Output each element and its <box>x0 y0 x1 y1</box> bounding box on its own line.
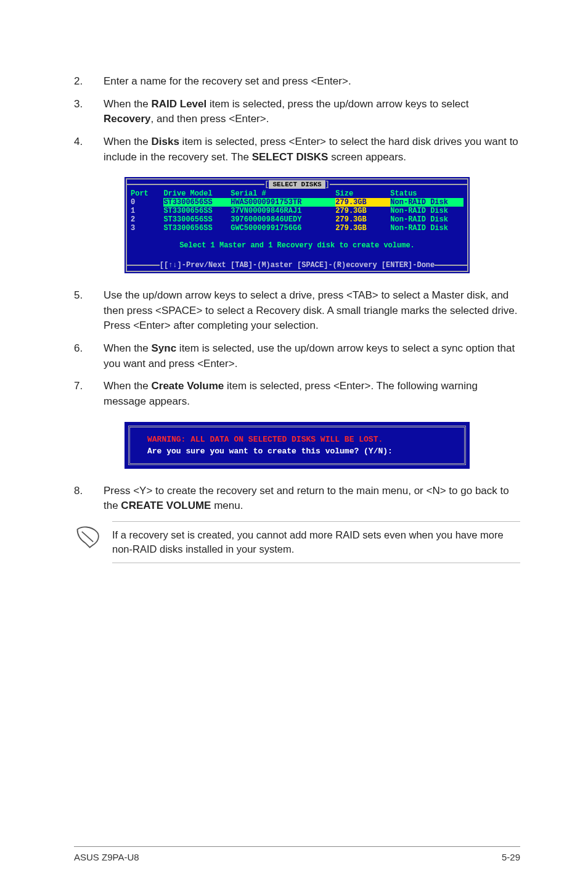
bios-port: 0 <box>131 198 142 207</box>
page-footer: ASUS Z9PA-U8 5-29 <box>74 846 520 862</box>
steps-group-a: 2.Enter a name for the recovery set and … <box>74 74 520 165</box>
bios-disk-row: 0ST3300656SSHWAS0000991753TR279.3GBNon-R… <box>131 198 463 207</box>
bios-footer-help: [[↑↓]-Prev/Next [TAB]-(M)aster [SPACE]-(… <box>160 260 435 271</box>
step-item: 3.When the RAID Level item is selected, … <box>74 97 520 127</box>
bios-status: Non-RAID Disk <box>390 215 463 224</box>
step-item: 2.Enter a name for the recovery set and … <box>74 74 520 89</box>
bios-model: ST3300656SS <box>163 207 231 215</box>
steps-group-c: 8.Press <Y> to create the recovery set a… <box>74 484 520 514</box>
step-item: 7.When the Create Volume item is selecte… <box>74 379 520 409</box>
step-item: 8.Press <Y> to create the recovery set a… <box>74 484 520 514</box>
note-icon <box>74 521 101 553</box>
bios-disk-row: 3ST3300656SSGWC50000991756G6279.3GBNon-R… <box>131 224 463 233</box>
note-text: If a recovery set is created, you cannot… <box>112 521 520 563</box>
footer-left: ASUS Z9PA-U8 <box>74 852 139 862</box>
footer-right: 5-29 <box>502 852 520 862</box>
bios-port: 1 <box>131 207 142 215</box>
step-number: 8. <box>74 484 88 514</box>
brackets: [ <box>264 180 269 189</box>
step-number: 3. <box>74 97 88 127</box>
brackets: ] <box>325 180 330 189</box>
bios-status: Non-RAID Disk <box>390 207 463 215</box>
step-number: 2. <box>74 74 88 89</box>
bios-disk-row: 2ST3300656SS397600009846UEDY279.3GBNon-R… <box>131 215 463 224</box>
step-item: 4.When the Disks item is selected, press… <box>74 134 520 165</box>
bios-serial: HWAS0000991753TR <box>231 198 335 207</box>
bios-message: Select 1 Master and 1 Recovery disk to c… <box>131 233 463 256</box>
bios-disk-row: 1ST3300656SS37VN00009846RAJ1279.3GBNon-R… <box>131 207 463 215</box>
bios-title: SELECT DISKS <box>269 180 325 189</box>
bios-status: Non-RAID Disk <box>390 198 463 207</box>
step-item: 6.When the Sync item is selected, use th… <box>74 341 520 371</box>
bios-status: Non-RAID Disk <box>390 224 463 233</box>
bios-model: ST3300656SS <box>163 215 231 224</box>
bios-warning-dialog: WARNING: ALL DATA ON SELECTED DISKS WILL… <box>125 422 470 469</box>
bios-size: 279.3GB <box>335 198 390 207</box>
bios-model: ST3300656SS <box>163 224 231 233</box>
step-number: 6. <box>74 341 88 371</box>
step-text: When the Disks item is selected, press <… <box>104 134 520 165</box>
warning-line-1: WARNING: ALL DATA ON SELECTED DISKS WILL… <box>147 435 447 444</box>
bios-size: 279.3GB <box>335 207 390 215</box>
step-text: Press <Y> to create the recovery set and… <box>104 484 520 514</box>
bios-serial: GWC50000991756G6 <box>231 224 335 233</box>
bios-port: 2 <box>131 215 142 224</box>
bios-select-disks-screen: [ SELECT DISKS ] Port Drive Model Serial… <box>125 177 470 273</box>
warning-line-2: Are you sure you want to create this vol… <box>147 447 447 456</box>
bios-port: 3 <box>131 224 142 233</box>
step-number: 4. <box>74 134 88 165</box>
step-text: When the RAID Level item is selected, pr… <box>104 97 520 127</box>
step-text: When the Sync item is selected, use the … <box>104 341 520 371</box>
step-text: Enter a name for the recovery set and pr… <box>104 74 351 89</box>
bios-model: ST3300656SS <box>163 198 231 207</box>
step-number: 5. <box>74 288 88 334</box>
step-text: When the Create Volume item is selected,… <box>104 379 520 409</box>
bios-header-row: Port Drive Model Serial # Size Status <box>131 189 463 198</box>
step-item: 5.Use the up/down arrow keys to select a… <box>74 288 520 334</box>
bios-serial: 397600009846UEDY <box>231 215 335 224</box>
bios-size: 279.3GB <box>335 224 390 233</box>
bios-serial: 37VN00009846RAJ1 <box>231 207 335 215</box>
step-number: 7. <box>74 379 88 409</box>
note-block: If a recovery set is created, you cannot… <box>74 521 520 563</box>
bios-size: 279.3GB <box>335 215 390 224</box>
steps-group-b: 5.Use the up/down arrow keys to select a… <box>74 288 520 409</box>
step-text: Use the up/down arrow keys to select a d… <box>104 288 520 334</box>
